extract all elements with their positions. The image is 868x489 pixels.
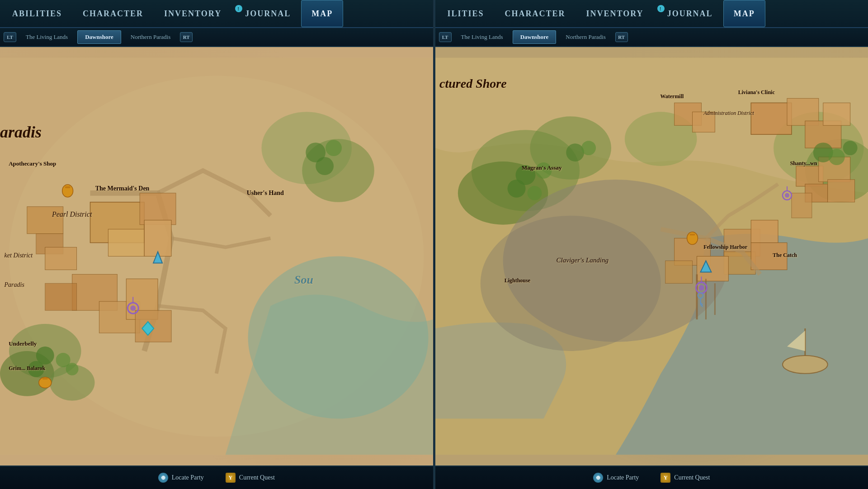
svg-rect-8 — [27, 207, 63, 234]
tab-character-right[interactable]: CHARACTER — [495, 0, 576, 27]
svg-rect-54 — [751, 103, 792, 134]
sub-tab-northern-right[interactable]: Northern Paradis — [558, 30, 613, 44]
svg-rect-19 — [135, 310, 171, 342]
svg-point-44 — [480, 216, 660, 351]
sub-tab-northern-left[interactable]: Northern Paradis — [123, 30, 178, 44]
rt-button-left[interactable]: RT — [180, 32, 193, 42]
left-nav-bar: ABILITIES CHARACTER INVENTORY ! JOURNAL … — [0, 0, 433, 28]
current-quest-icon-left: Y — [226, 473, 236, 483]
right-panel: ILITIES CHARACTER INVENTORY ! JOURNAL MA… — [435, 0, 868, 489]
current-quest-right[interactable]: Y Current Quest — [660, 473, 710, 483]
svg-rect-62 — [665, 261, 692, 283]
tab-character-left[interactable]: CHARACTER — [72, 0, 154, 27]
svg-point-25 — [326, 140, 342, 156]
svg-rect-51 — [751, 220, 778, 243]
svg-rect-49 — [791, 193, 811, 218]
current-quest-icon-right: Y — [660, 473, 670, 483]
svg-point-73 — [566, 143, 584, 161]
svg-rect-48 — [827, 180, 854, 202]
svg-rect-16 — [45, 283, 77, 310]
map-svg-right — [435, 47, 868, 465]
locate-party-icon-left: ⊕ — [158, 473, 168, 483]
sub-tab-living-lands-right[interactable]: The Living Lands — [453, 30, 511, 44]
svg-point-26 — [316, 157, 334, 175]
svg-point-23 — [66, 363, 79, 375]
tab-map-right[interactable]: MAP — [723, 0, 765, 27]
right-nav-bar: ILITIES CHARACTER INVENTORY ! JOURNAL MA… — [435, 0, 868, 28]
locate-party-right[interactable]: ⊕ Locate Party — [593, 473, 639, 483]
lt-button-left[interactable]: LT — [4, 32, 16, 42]
locate-party-left[interactable]: ⊕ Locate Party — [158, 473, 204, 483]
tab-inventory-left[interactable]: INVENTORY — [154, 0, 232, 27]
journal-alert-right: ! — [657, 5, 665, 12]
map-svg-left — [0, 47, 433, 465]
journal-alert-left: ! — [235, 5, 242, 12]
svg-point-66 — [782, 356, 827, 374]
svg-point-76 — [828, 149, 844, 165]
tab-abilities-left[interactable]: ABILITIES — [2, 0, 72, 27]
tab-journal-left[interactable]: ! JOURNAL — [232, 0, 301, 27]
map-right[interactable]: ctured Shore Watermill Liviana's Clinic … — [435, 47, 868, 465]
right-sub-nav: LT The Living Lands Dawnshore Northern P… — [435, 28, 868, 47]
main-container: ABILITIES CHARACTER INVENTORY ! JOURNAL … — [0, 0, 868, 489]
tab-map-left[interactable]: MAP — [301, 0, 343, 27]
svg-point-77 — [843, 141, 857, 155]
svg-point-70 — [535, 162, 552, 179]
svg-rect-57 — [823, 103, 850, 125]
current-quest-left[interactable]: Y Current Quest — [226, 473, 275, 483]
svg-rect-53 — [751, 243, 787, 270]
right-bottom-bar: ⊕ Locate Party Y Current Quest — [435, 465, 868, 489]
svg-rect-35 — [42, 378, 48, 380]
svg-rect-59 — [692, 112, 715, 132]
sub-tab-dawnshore-left[interactable]: Dawnshore — [77, 30, 121, 44]
left-panel: ABILITIES CHARACTER INVENTORY ! JOURNAL … — [0, 0, 434, 489]
map-left[interactable]: aradis Apothecary's Shop The Mermaid's D… — [0, 47, 433, 465]
sub-tab-living-lands-left[interactable]: The Living Lands — [18, 30, 75, 44]
left-sub-nav: LT The Living Lands Dawnshore Northern P… — [0, 28, 433, 47]
locate-party-icon-right: ⊕ — [593, 473, 603, 483]
lt-button-right[interactable]: LT — [439, 32, 452, 42]
svg-point-72 — [527, 186, 542, 200]
tab-journal-right[interactable]: ! JOURNAL — [654, 0, 723, 27]
rt-button-right[interactable]: RT — [615, 32, 628, 42]
tab-inventory-right[interactable]: INVENTORY — [576, 0, 654, 27]
svg-point-74 — [581, 141, 596, 155]
tab-abilities-right[interactable]: ILITIES — [437, 0, 495, 27]
svg-point-83 — [784, 193, 789, 198]
sub-tab-dawnshore-right[interactable]: Dawnshore — [513, 30, 557, 44]
svg-rect-90 — [689, 234, 695, 236]
svg-rect-33 — [65, 186, 71, 188]
svg-point-71 — [507, 180, 525, 198]
svg-point-22 — [28, 361, 44, 377]
svg-point-29 — [130, 305, 136, 311]
left-bottom-bar: ⊕ Locate Party Y Current Quest — [0, 465, 433, 489]
svg-rect-12 — [108, 229, 144, 256]
svg-rect-10 — [45, 247, 77, 270]
svg-point-80 — [698, 285, 704, 290]
